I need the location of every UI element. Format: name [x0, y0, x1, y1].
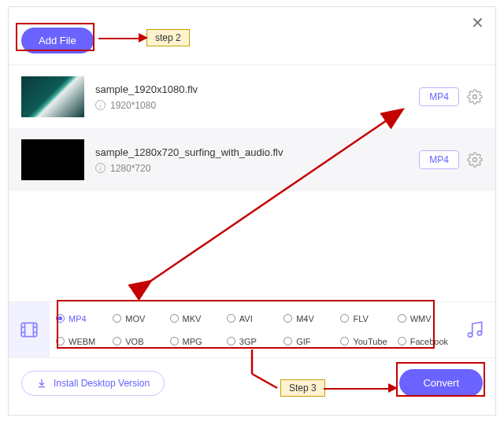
- file-list: sample_1920x1080.flv i 1920*1080 MP4: [9, 65, 495, 191]
- svg-rect-2: [21, 323, 37, 336]
- format-option-wmv[interactable]: WMV: [395, 314, 451, 323]
- svg-point-1: [473, 158, 477, 162]
- format-label: MP4: [69, 314, 87, 323]
- install-label: Install Desktop Version: [54, 378, 150, 389]
- radio-icon: [340, 337, 349, 346]
- format-label: VOB: [125, 337, 143, 346]
- file-row: sample_1920x1080.flv i 1920*1080 MP4: [9, 65, 495, 128]
- radio-icon: [398, 314, 406, 323]
- format-label: FLV: [353, 314, 368, 323]
- file-name: sample_1280x720_surfing_with_audio.flv: [95, 146, 408, 158]
- radio-icon: [284, 314, 292, 323]
- format-label: WMV: [410, 314, 432, 323]
- format-label: AVI: [239, 314, 253, 323]
- format-label: GIF: [296, 337, 310, 346]
- file-actions: MP4: [419, 150, 483, 169]
- file-thumbnail: [21, 76, 84, 117]
- format-option-webm[interactable]: WEBM: [53, 337, 109, 346]
- file-actions: MP4: [419, 87, 483, 106]
- format-label: WEBM: [69, 337, 95, 346]
- radio-icon: [113, 314, 121, 323]
- format-label: Facebook: [410, 337, 448, 346]
- app-window: ✕ Add File sample_1920x1080.flv i 1920*1…: [8, 6, 496, 416]
- convert-button[interactable]: Convert: [399, 369, 483, 397]
- format-label: YouTube: [353, 337, 387, 346]
- radio-icon: [170, 337, 179, 346]
- svg-point-0: [473, 95, 477, 99]
- download-icon: [36, 378, 47, 389]
- file-resolution: i 1920*1080: [95, 100, 408, 111]
- audio-mode-icon[interactable]: [454, 302, 495, 357]
- radio-icon: [56, 337, 65, 346]
- toolbar: Add File: [9, 7, 495, 65]
- file-thumbnail: [21, 139, 84, 180]
- format-select-button[interactable]: MP4: [419, 87, 459, 106]
- radio-icon: [284, 337, 292, 346]
- add-file-button[interactable]: Add File: [21, 28, 94, 54]
- close-icon[interactable]: ✕: [471, 13, 484, 32]
- format-option-mov[interactable]: MOV: [109, 314, 166, 323]
- info-icon: i: [95, 163, 106, 173]
- format-option-flv[interactable]: FLV: [337, 314, 394, 323]
- format-label: 3GP: [239, 337, 257, 346]
- format-option-vob[interactable]: VOB: [109, 337, 166, 346]
- radio-icon: [227, 337, 235, 346]
- format-option-avi[interactable]: AVI: [224, 314, 280, 323]
- video-mode-icon[interactable]: [9, 302, 50, 357]
- format-label: MOV: [125, 314, 145, 323]
- file-resolution: i 1280*720: [95, 163, 408, 174]
- gear-icon[interactable]: [467, 89, 483, 105]
- radio-icon: [340, 314, 349, 323]
- info-icon: i: [95, 100, 106, 110]
- radio-icon: [398, 337, 406, 346]
- format-options: MP4MOVMKVAVIM4VFLVWMVWEBMVOBMPG3GPGIFYou…: [50, 302, 454, 357]
- format-panel: MP4MOVMKVAVIM4VFLVWMVWEBMVOBMPG3GPGIFYou…: [9, 301, 495, 358]
- install-desktop-button[interactable]: Install Desktop Version: [21, 371, 165, 396]
- format-select-button[interactable]: MP4: [419, 150, 459, 169]
- format-option-m4v[interactable]: M4V: [280, 314, 337, 323]
- radio-icon: [113, 337, 121, 346]
- resolution-text: 1280*720: [110, 163, 150, 174]
- file-row: sample_1280x720_surfing_with_audio.flv i…: [9, 128, 495, 191]
- radio-icon: [56, 314, 65, 323]
- format-option-mp4[interactable]: MP4: [53, 314, 109, 323]
- format-option-3gp[interactable]: 3GP: [224, 337, 280, 346]
- format-option-mpg[interactable]: MPG: [167, 337, 224, 346]
- radio-icon: [227, 314, 235, 323]
- file-meta: sample_1920x1080.flv i 1920*1080: [95, 83, 408, 111]
- format-option-gif[interactable]: GIF: [280, 337, 337, 346]
- gear-icon[interactable]: [467, 152, 483, 168]
- format-option-mkv[interactable]: MKV: [167, 314, 224, 323]
- svg-point-9: [468, 333, 472, 337]
- format-option-youtube[interactable]: YouTube: [337, 337, 394, 346]
- svg-point-10: [477, 331, 481, 335]
- format-label: M4V: [296, 314, 314, 323]
- radio-icon: [170, 314, 179, 323]
- resolution-text: 1920*1080: [110, 100, 156, 111]
- format-label: MKV: [183, 314, 202, 323]
- file-name: sample_1920x1080.flv: [95, 83, 408, 95]
- footer: Install Desktop Version Convert: [9, 358, 495, 408]
- format-option-facebook[interactable]: Facebook: [395, 337, 451, 346]
- file-meta: sample_1280x720_surfing_with_audio.flv i…: [95, 146, 408, 174]
- format-label: MPG: [183, 337, 202, 346]
